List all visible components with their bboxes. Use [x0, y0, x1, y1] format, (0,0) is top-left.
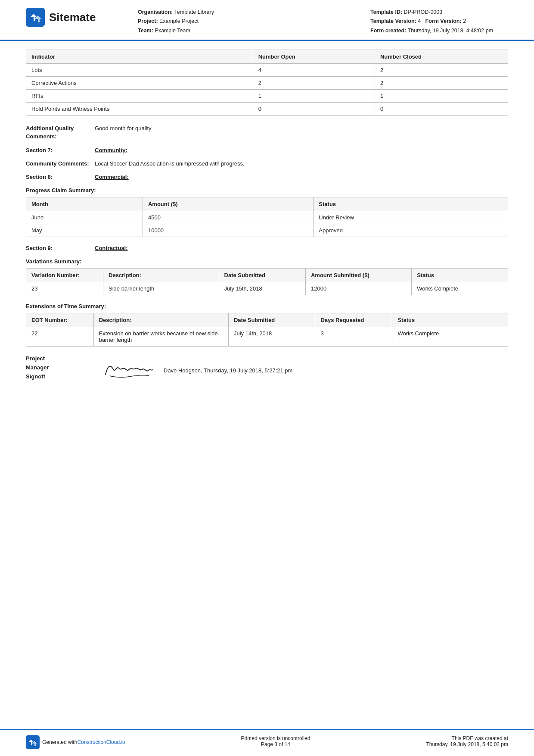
- template-version-row: Template Version: 4 Form Version: 2: [370, 17, 508, 26]
- eot-heading: Extensions of Time Summary:: [26, 303, 508, 309]
- table-row: 23 Side barrier length July 15th, 2018 1…: [26, 282, 508, 295]
- eot-date-cell: July 14th, 2018: [228, 327, 315, 347]
- footer-center: Printed version is uncontrolled Page 3 o…: [164, 735, 388, 747]
- progress-claim-heading: Progress Claim Summary:: [26, 187, 508, 194]
- open-cell: 2: [253, 76, 375, 89]
- section7-number: Section 7:: [26, 147, 95, 153]
- eot-status-cell: Works Complete: [392, 327, 508, 347]
- table-row: Corrective Actions 2 2: [26, 76, 508, 89]
- footer-right: This PDF was created at Thursday, 19 Jul…: [388, 735, 508, 747]
- footer-pdf-created-label: This PDF was created at: [388, 735, 508, 741]
- main-content: Indicator Number Open Number Closed Lots…: [0, 41, 534, 729]
- org-label: Organisation:: [138, 9, 173, 15]
- var-description-cell: Side barrier length: [103, 282, 219, 295]
- eot-number-cell: 22: [26, 327, 94, 347]
- team-value: Example Team: [155, 28, 190, 34]
- var-description-header: Description:: [103, 269, 219, 282]
- table-row: RFIs 1 1: [26, 89, 508, 102]
- form-created-row: Form created: Thursday, 19 July 2018, 4:…: [370, 26, 508, 35]
- section7-heading: Section 7: Community:: [26, 147, 508, 153]
- section7-title: Community:: [95, 147, 127, 153]
- form-created-label: Form created:: [370, 28, 406, 34]
- template-id-label: Template ID:: [370, 9, 402, 15]
- var-number-cell: 23: [26, 282, 103, 295]
- eot-description-header: Description:: [93, 313, 228, 327]
- month-cell: June: [26, 211, 143, 224]
- logo-text: Sitemate: [49, 11, 96, 24]
- indicator-cell: Corrective Actions: [26, 76, 253, 89]
- indicator-table: Indicator Number Open Number Closed Lots…: [26, 50, 508, 116]
- status-col-header: Status: [314, 197, 508, 211]
- amount-col-header: Amount ($): [143, 197, 313, 211]
- template-version-label: Template Version:: [370, 18, 416, 24]
- indicator-cell: Hold Points and Witness Points: [26, 102, 253, 115]
- eot-days-cell: 3: [315, 327, 392, 347]
- month-col-header: Month: [26, 197, 143, 211]
- footer-link[interactable]: ConstructionCloud.io: [77, 739, 125, 745]
- header-meta-right: Template ID: DP-PROD-0003 Template Versi…: [370, 8, 508, 35]
- footer-uncontrolled: Printed version is uncontrolled: [164, 735, 388, 741]
- closed-cell: 0: [375, 102, 508, 115]
- template-version-value: 4: [418, 18, 421, 24]
- amount-cell: 10000: [143, 224, 313, 237]
- community-comments-value: Local Soccer Dad Association is unimpres…: [95, 159, 508, 168]
- section8-heading: Section 8: Commercial:: [26, 174, 508, 180]
- status-cell: Approved: [314, 224, 508, 237]
- indicator-cell: RFIs: [26, 89, 253, 102]
- signature-area: Project Manager Signoff Dave Hodgson, Th…: [26, 354, 508, 384]
- closed-cell: 2: [375, 63, 508, 76]
- community-comments-row: Community Comments: Local Soccer Dad Ass…: [26, 159, 508, 168]
- project-row: Project: Example Project: [138, 17, 370, 26]
- var-number-header: Variation Number:: [26, 269, 103, 282]
- page-header: Sitemate Organisation: Template Library …: [0, 0, 534, 41]
- sig-label-line1: Project: [26, 355, 45, 362]
- form-version-label: Form Version:: [425, 18, 462, 24]
- number-closed-col-header: Number Closed: [375, 50, 508, 63]
- eot-days-header: Days Requested: [315, 313, 392, 327]
- team-row: Team: Example Team: [138, 26, 370, 35]
- additional-quality-value: Good month for quality: [95, 124, 508, 133]
- var-amount-cell: 12000: [305, 282, 411, 295]
- table-row: 22 Extension on barrier works because of…: [26, 327, 508, 347]
- footer-pdf-created-value: Thursday, 19 July 2018, 5:40:02 pm: [388, 741, 508, 747]
- community-comments-label: Community Comments:: [26, 159, 95, 168]
- table-row: June 4500 Under Review: [26, 211, 508, 224]
- section9-number: Section 9:: [26, 245, 95, 251]
- header-meta-center: Organisation: Template Library Project: …: [138, 8, 370, 35]
- signature-label: Project Manager Signoff: [26, 354, 95, 381]
- closed-cell: 2: [375, 76, 508, 89]
- status-cell: Under Review: [314, 211, 508, 224]
- var-date-cell: July 15th, 2018: [219, 282, 305, 295]
- var-amount-header: Amount Submitted ($): [305, 269, 411, 282]
- section8-number: Section 8:: [26, 174, 95, 180]
- open-cell: 1: [253, 89, 375, 102]
- footer-logo-icon: [26, 735, 40, 749]
- signature-image: [95, 354, 164, 384]
- form-created-value: Thursday, 19 July 2018, 4:48:02 pm: [408, 28, 494, 34]
- sig-label-line2: Manager: [26, 364, 49, 371]
- org-value: Template Library: [174, 9, 214, 15]
- section9-heading: Section 9: Contractual:: [26, 245, 508, 251]
- eot-description-cell: Extension on barrier works because of ne…: [93, 327, 228, 347]
- table-row: Lots 4 2: [26, 63, 508, 76]
- variations-heading: Variations Summary:: [26, 258, 508, 265]
- eot-table: EOT Number: Description: Date Submitted …: [26, 313, 508, 347]
- page-footer: Generated with ConstructionCloud.io Prin…: [0, 729, 534, 756]
- variations-table: Variation Number: Description: Date Subm…: [26, 268, 508, 295]
- section9-title: Contractual:: [95, 245, 128, 251]
- signature-svg: [101, 356, 157, 382]
- footer-generated-text: Generated with: [42, 739, 77, 745]
- open-cell: 0: [253, 102, 375, 115]
- project-label: Project:: [138, 18, 158, 24]
- footer-page: Page 3 of 14: [164, 741, 388, 747]
- team-label: Team:: [138, 28, 153, 34]
- var-status-cell: Works Complete: [412, 282, 508, 295]
- sitemate-logo-icon: [26, 8, 45, 27]
- progress-claim-table: Month Amount ($) Status June 4500 Under …: [26, 197, 508, 237]
- table-row: May 10000 Approved: [26, 224, 508, 237]
- additional-quality-label: Additional Quality Comments:: [26, 124, 95, 141]
- additional-quality-row: Additional Quality Comments: Good month …: [26, 124, 508, 141]
- eot-number-header: EOT Number:: [26, 313, 94, 327]
- section8-title: Commercial:: [95, 174, 129, 180]
- footer-logo-row: Generated with ConstructionCloud.io: [26, 735, 164, 749]
